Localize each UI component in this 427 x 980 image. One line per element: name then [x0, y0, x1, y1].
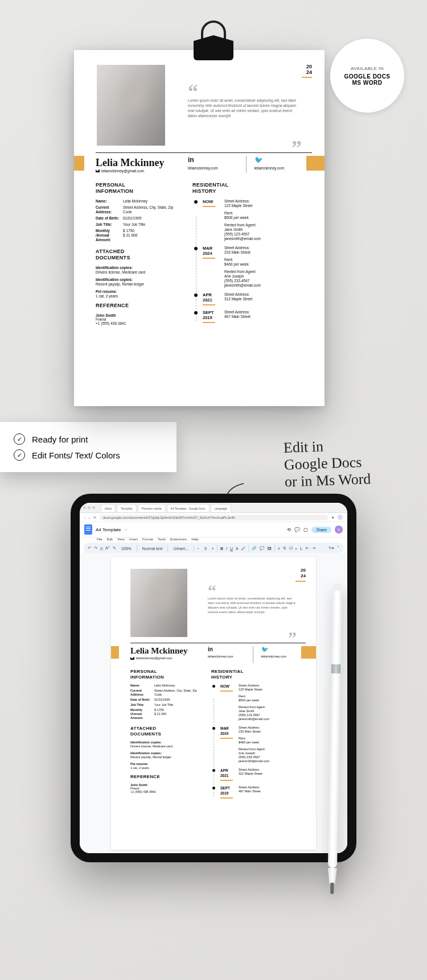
- docs-menu-item[interactable]: Extensions: [170, 537, 187, 541]
- style-select[interactable]: Normal text: [140, 547, 165, 551]
- docs-menubar[interactable]: FileEditViewInsertFormatToolsExtensionsH…: [80, 537, 347, 543]
- browser-tab[interactable]: Template: [117, 504, 136, 512]
- indent-inc-icon[interactable]: ⇥: [312, 546, 315, 551]
- year-badge: 2024: [295, 568, 306, 582]
- mail-icon: [96, 169, 100, 172]
- timeline-dot-icon: [212, 787, 215, 789]
- forward-icon[interactable]: ›: [89, 516, 90, 519]
- document-title[interactable]: A4 Template: [96, 527, 121, 532]
- bold-icon[interactable]: B: [220, 547, 223, 551]
- doc-label: Identification copies:: [130, 751, 202, 755]
- socials-row: inleliamckinney.com 🐦leliamckinney.com: [188, 156, 312, 173]
- link-icon[interactable]: 🔗: [252, 546, 257, 551]
- redo-icon[interactable]: ↷: [94, 546, 97, 551]
- docs-toolbar[interactable]: ↶ ↷ ⎙ Aᵀ ✎ 100% Normal text Urbani... − …: [83, 543, 344, 554]
- docs-titlebar: A4 Template ☆ ⟲ 💬 ▢ Share V: [80, 522, 347, 537]
- numbering-icon[interactable]: 1.: [299, 547, 303, 551]
- section-title: ATTACHEDDOCUMENTS: [96, 249, 181, 261]
- feature-label: Edit Fonts/ Text/ Colors: [32, 450, 120, 460]
- paint-icon[interactable]: ✎: [113, 546, 116, 551]
- fontsize-dec[interactable]: −: [197, 547, 199, 551]
- doc-label: Identification copies:: [130, 741, 202, 744]
- spacing-icon[interactable]: ⇅: [283, 546, 286, 551]
- section-title: RESIDENTIALHISTORY: [211, 669, 306, 680]
- year-badge: 2024: [302, 64, 312, 78]
- image-icon[interactable]: 🖼: [268, 547, 272, 551]
- comments-icon[interactable]: 💬: [294, 527, 300, 532]
- mail-icon: [130, 657, 134, 660]
- timeline-dot-icon: [212, 727, 215, 730]
- history-icon[interactable]: ⟲: [287, 527, 291, 532]
- browser-toolbar[interactable]: ‹ › ⟳ docs.google.com/document/d/1Tg2qLZ…: [80, 513, 347, 522]
- font-select[interactable]: Urbani...: [171, 547, 190, 551]
- docs-menu-item[interactable]: Insert: [129, 537, 138, 541]
- account-avatar[interactable]: V: [335, 526, 343, 534]
- italic-icon[interactable]: I: [226, 547, 227, 551]
- checklist-icon[interactable]: ☑: [289, 546, 293, 551]
- zoom-select[interactable]: 100%: [119, 547, 134, 551]
- collapse-icon[interactable]: ˄: [337, 546, 339, 551]
- refresh-icon[interactable]: ⟳: [93, 515, 96, 519]
- feature-label: Ready for print: [32, 435, 88, 444]
- browser-tab[interactable]: Premium media: [138, 504, 166, 512]
- align-icon[interactable]: ≡: [278, 547, 280, 551]
- full-name: Lelia Mckinney: [130, 646, 187, 656]
- share-button[interactable]: Share: [311, 527, 331, 533]
- docs-menu-item[interactable]: View: [117, 537, 125, 541]
- browser-tab[interactable]: Inbox: [101, 504, 116, 512]
- resume-sheet: 2024 “ Lorem ipsum dolor sit amet, conse…: [74, 50, 325, 406]
- tablet-screen: InboxTemplatePremium mediaA4 Template - …: [80, 503, 347, 853]
- info-row: Date of Birth: 01/01/1995: [96, 216, 181, 221]
- section-title: REFERENCE: [130, 774, 202, 780]
- back-icon[interactable]: ‹: [84, 516, 85, 519]
- timeline-entry: NOW Street Address:123 Maple StreetRent:…: [211, 684, 306, 721]
- docs-menu-item[interactable]: File: [97, 537, 102, 541]
- doc-label: Pet resume:: [96, 290, 181, 293]
- browser-tabstrip[interactable]: InboxTemplatePremium mediaA4 Template - …: [80, 503, 347, 513]
- docs-menu-item[interactable]: Tools: [158, 537, 166, 541]
- undo-icon[interactable]: ↶: [88, 546, 91, 551]
- accent-right: [306, 156, 325, 171]
- browser-tab[interactable]: Language: [211, 504, 231, 512]
- window-controls-icon[interactable]: [83, 506, 95, 509]
- textcolor-icon[interactable]: A: [236, 547, 239, 551]
- twitter-icon: 🐦: [254, 156, 313, 164]
- info-row: Date of Birth: 01/01/1995: [130, 698, 202, 702]
- google-docs-icon[interactable]: [84, 524, 92, 535]
- fontsize-inc[interactable]: +: [212, 547, 214, 551]
- doc-value: 1 cat, 2 years: [96, 294, 181, 298]
- browser-tab[interactable]: A4 Template - Google Docs: [167, 504, 210, 512]
- docs-menu-item[interactable]: Edit: [107, 537, 113, 541]
- docs-canvas[interactable]: 2024 “ Lorem ipsum dolor sit amet, conse…: [80, 553, 347, 853]
- bullets-icon[interactable]: •: [295, 547, 297, 551]
- highlight-icon[interactable]: 🖍: [241, 547, 245, 551]
- twitter-icon: 🐦: [261, 646, 306, 652]
- badge-line3: MS WORD: [352, 80, 383, 86]
- info-row: Current Address: Street Address, City, S…: [96, 205, 181, 214]
- badge-line2: GOOGLE DOCS: [344, 73, 390, 80]
- fontsize-input[interactable]: 9: [202, 547, 209, 551]
- spellcheck-icon[interactable]: Aᵀ: [105, 546, 110, 551]
- url-bar[interactable]: docs.google.com/document/d/1Tg2qLZp9mXnZ…: [100, 515, 328, 520]
- underline-icon[interactable]: U: [230, 547, 233, 551]
- linkedin-icon: in: [208, 646, 253, 652]
- meet-icon[interactable]: ▢: [303, 527, 308, 532]
- timeline-entry: APR2021 Street Address:312 Maple Street: [192, 292, 312, 305]
- info-row: Job Title: Your Job Title: [130, 703, 202, 707]
- docs-menu-item[interactable]: Help: [191, 537, 198, 541]
- timeline-entry: SEPT2019 Street Address:467 Main Street: [211, 785, 306, 799]
- comment-icon[interactable]: 💬: [260, 546, 265, 551]
- docs-page[interactable]: 2024 “ Lorem ipsum dolor sit amet, conse…: [111, 557, 316, 850]
- indent-dec-icon[interactable]: ⇤: [306, 546, 309, 551]
- star-icon[interactable]: ☆: [124, 527, 128, 532]
- section-title: REFERENCE: [96, 303, 181, 309]
- docs-menu-item[interactable]: Format: [142, 537, 153, 541]
- print-icon[interactable]: ⎙: [100, 547, 102, 551]
- timeline-dot-icon: [194, 293, 198, 297]
- doc-label: Pet resume:: [130, 762, 202, 766]
- profile-avatar-icon[interactable]: [338, 515, 343, 520]
- editing-mode-icon[interactable]: ✎▾: [329, 546, 334, 551]
- email-line: leliamckinney@gmail.com: [96, 169, 144, 173]
- info-row: Current Address: Street Address, City, S…: [130, 689, 202, 697]
- extension-icon[interactable]: ★: [331, 515, 334, 519]
